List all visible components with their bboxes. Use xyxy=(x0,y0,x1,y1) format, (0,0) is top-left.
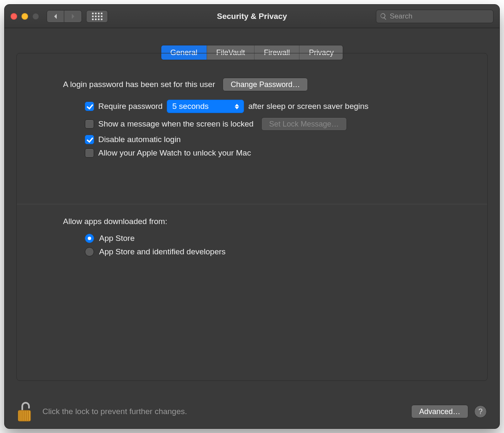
disable-auto-login-row: Disable automatic login xyxy=(63,135,470,144)
gatekeeper-option-identified-row: App Store and identified developers xyxy=(63,247,470,256)
search-field[interactable] xyxy=(376,10,494,23)
titlebar: Security & Privacy xyxy=(5,5,499,28)
gatekeeper-label-appstore: App Store xyxy=(99,234,135,243)
login-password-text: A login password has been set for this u… xyxy=(63,80,215,89)
general-panel: A login password has been set for this u… xyxy=(16,53,488,381)
search-icon xyxy=(380,13,387,20)
help-button[interactable]: ? xyxy=(474,405,487,418)
gatekeeper-option-appstore-row: App Store xyxy=(63,234,470,243)
login-password-row: A login password has been set for this u… xyxy=(63,78,470,91)
advanced-button[interactable]: Advanced… xyxy=(411,405,468,418)
svg-rect-5 xyxy=(28,410,29,421)
disable-auto-login-label: Disable automatic login xyxy=(98,135,181,144)
apple-watch-checkbox[interactable] xyxy=(85,148,94,158)
footer: Click the lock to prevent further change… xyxy=(5,395,499,428)
chevron-left-icon xyxy=(53,13,58,19)
preferences-window: Security & Privacy General FileVault Fir… xyxy=(4,4,500,429)
require-password-label-pre: Require password xyxy=(98,102,163,111)
show-all-button[interactable] xyxy=(86,10,108,23)
require-password-label-post: after sleep or screen saver begins xyxy=(248,102,368,111)
back-button[interactable] xyxy=(47,10,64,23)
minimize-window-button[interactable] xyxy=(21,13,28,20)
show-message-checkbox[interactable] xyxy=(85,119,94,129)
stepper-icon xyxy=(234,104,240,109)
content-area: General FileVault Firewall Privacy A log… xyxy=(5,28,499,381)
gatekeeper-title: Allow apps downloaded from: xyxy=(63,217,470,226)
lock-icon[interactable] xyxy=(17,401,34,422)
forward-button[interactable] xyxy=(64,10,82,23)
zoom-window-button[interactable] xyxy=(32,13,39,20)
svg-rect-3 xyxy=(24,410,25,421)
close-window-button[interactable] xyxy=(10,13,17,20)
require-password-delay-select[interactable]: 5 seconds xyxy=(167,100,244,113)
svg-rect-4 xyxy=(26,410,27,421)
svg-rect-2 xyxy=(21,410,23,421)
gatekeeper-label-identified: App Store and identified developers xyxy=(99,247,226,256)
set-lock-message-button[interactable]: Set Lock Message… xyxy=(261,117,347,131)
show-message-label: Show a message when the screen is locked xyxy=(98,119,254,129)
nav-segment xyxy=(47,10,82,23)
lock-hint-text: Click the lock to prevent further change… xyxy=(42,407,187,416)
grid-icon xyxy=(92,13,102,20)
gatekeeper-radio-appstore[interactable] xyxy=(85,234,94,243)
disable-auto-login-checkbox[interactable] xyxy=(85,135,94,144)
svg-rect-1 xyxy=(19,410,21,421)
require-password-delay-value: 5 seconds xyxy=(172,102,209,111)
panel-divider xyxy=(17,204,487,204)
require-password-checkbox[interactable] xyxy=(85,102,94,111)
change-password-button[interactable]: Change Password… xyxy=(223,78,308,91)
require-password-row: Require password 5 seconds after sleep o… xyxy=(63,100,470,113)
search-input[interactable] xyxy=(390,12,490,21)
apple-watch-row: Allow your Apple Watch to unlock your Ma… xyxy=(63,148,470,158)
show-message-row: Show a message when the screen is locked… xyxy=(63,117,470,131)
window-controls xyxy=(10,13,39,20)
chevron-right-icon xyxy=(71,13,76,19)
gatekeeper-radio-identified[interactable] xyxy=(85,247,94,256)
apple-watch-label: Allow your Apple Watch to unlock your Ma… xyxy=(98,148,251,158)
